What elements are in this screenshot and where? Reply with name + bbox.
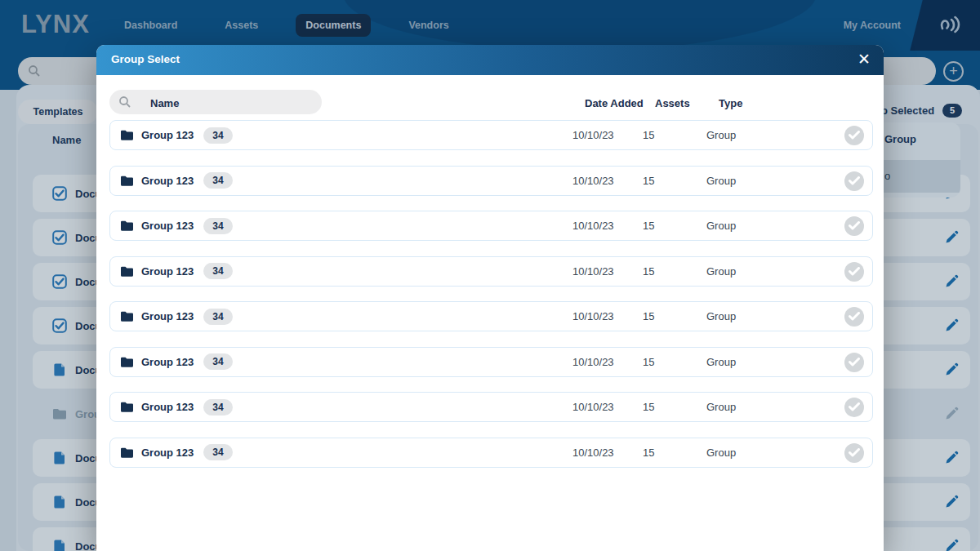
select-check-icon[interactable] (844, 262, 864, 282)
date-added-cell: 10/10/23 (572, 265, 614, 278)
group-row[interactable]: Group 123 34 10/10/23 15 Group (109, 347, 873, 377)
group-name: Group 123 (141, 220, 194, 232)
close-icon[interactable]: ✕ (858, 51, 871, 69)
assets-cell: 15 (643, 310, 654, 322)
select-check-icon[interactable] (844, 443, 864, 463)
group-name: Group 123 (141, 356, 194, 368)
group-name: Group 123 (141, 265, 194, 278)
col-assets: Assets (655, 97, 690, 109)
col-date-added: Date Added (585, 97, 644, 109)
date-added-cell: 10/10/23 (572, 310, 614, 322)
group-row[interactable]: Group 123 34 10/10/23 15 Group (109, 301, 873, 331)
type-cell: Group (706, 129, 736, 141)
modal-column-headers: Name Date Added Assets Type (109, 97, 873, 110)
select-check-icon[interactable] (844, 353, 864, 372)
asset-count-badge: 34 (203, 353, 232, 370)
date-added-cell: 10/10/23 (572, 356, 614, 368)
assets-cell: 15 (643, 447, 654, 459)
group-rows: Group 123 34 10/10/23 15 Group Group 123… (109, 120, 873, 544)
assets-cell: 15 (643, 175, 654, 187)
folder-icon (120, 265, 134, 278)
asset-count-badge: 34 (203, 218, 232, 234)
col-name: Name (150, 97, 179, 109)
type-cell: Group (706, 220, 736, 232)
date-added-cell: 10/10/23 (572, 175, 614, 187)
asset-count-badge: 34 (203, 309, 232, 325)
group-row[interactable]: Group 123 34 10/10/23 15 Group (109, 211, 873, 241)
col-type: Type (719, 97, 742, 109)
group-name: Group 123 (141, 447, 194, 459)
group-name: Group 123 (141, 129, 194, 141)
folder-icon (120, 310, 134, 322)
folder-icon (120, 129, 134, 141)
group-name: Group 123 (141, 401, 194, 413)
type-cell: Group (706, 265, 736, 278)
assets-cell: 15 (643, 265, 654, 278)
type-cell: Group (706, 356, 736, 368)
type-cell: Group (706, 401, 736, 413)
group-select-modal: Group Select ✕ Name Date Added Assets Ty… (96, 45, 884, 551)
select-check-icon[interactable] (844, 307, 864, 327)
type-cell: Group (706, 310, 736, 322)
asset-count-badge: 34 (203, 399, 232, 415)
type-cell: Group (706, 447, 736, 459)
select-check-icon[interactable] (844, 171, 864, 191)
group-row[interactable]: Group 123 34 10/10/23 15 Group (109, 166, 873, 196)
group-row[interactable]: Group 123 34 10/10/23 15 Group (109, 120, 873, 150)
folder-icon (120, 447, 134, 459)
asset-count-badge: 34 (203, 444, 232, 460)
folder-icon (120, 175, 134, 187)
date-added-cell: 10/10/23 (572, 220, 614, 232)
asset-count-badge: 34 (203, 263, 232, 279)
group-name: Group 123 (141, 175, 194, 187)
group-row[interactable]: Group 123 34 10/10/23 15 Group (109, 438, 873, 468)
date-added-cell: 10/10/23 (572, 129, 614, 141)
assets-cell: 15 (643, 356, 654, 368)
assets-cell: 15 (643, 220, 654, 232)
asset-count-badge: 34 (203, 172, 232, 189)
assets-cell: 15 (643, 129, 654, 141)
type-cell: Group (706, 175, 736, 187)
group-row[interactable]: Group 123 34 10/10/23 15 Group (109, 392, 873, 422)
select-check-icon[interactable] (844, 398, 864, 417)
select-check-icon[interactable] (844, 126, 864, 145)
group-row[interactable]: Group 123 34 10/10/23 15 Group (109, 256, 873, 287)
folder-icon (120, 356, 134, 368)
folder-icon (120, 401, 134, 413)
assets-cell: 15 (643, 401, 654, 413)
group-name: Group 123 (141, 310, 194, 322)
modal-header: Group Select ✕ (96, 45, 884, 75)
date-added-cell: 10/10/23 (572, 401, 614, 413)
select-check-icon[interactable] (844, 216, 864, 236)
date-added-cell: 10/10/23 (572, 447, 614, 459)
modal-title: Group Select (111, 53, 180, 65)
asset-count-badge: 34 (203, 127, 232, 144)
folder-icon (120, 220, 134, 232)
